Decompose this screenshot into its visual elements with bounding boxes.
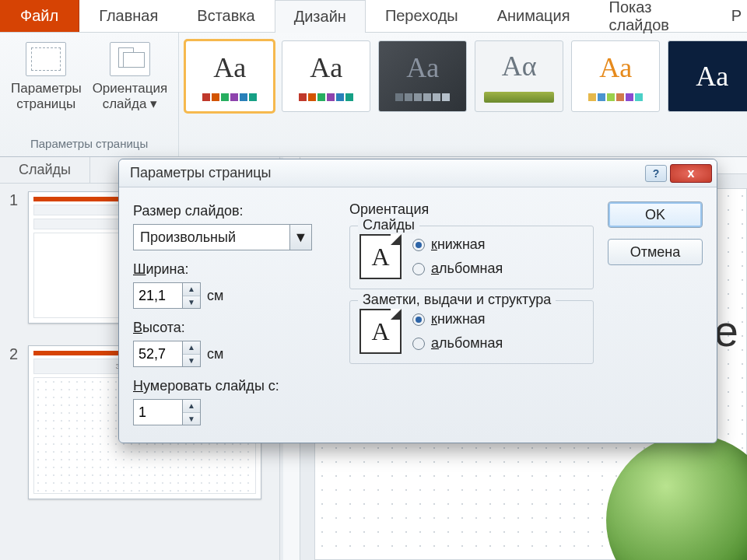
tab-animation[interactable]: Анимация [478,0,590,32]
height-spinner[interactable]: ▲▼ см [133,341,223,367]
slides-landscape-radio[interactable]: альбомная [412,261,503,277]
slide-number-2: 2 [9,345,20,499]
ribbon-group-label: Параметры страницы [11,134,167,155]
dialog-title: Параметры страницы [130,165,645,181]
slide-number-1: 1 [9,191,20,324]
slide-size-combo[interactable]: Произвольный ▼ [133,224,312,250]
orientation-notes-frame: Заметки, выдачи и структура A книжная ал… [349,300,594,364]
slides-portrait-radio[interactable]: книжная [412,236,503,253]
dialog-col-buttons: OK Отмена [608,201,703,425]
spin-up-icon[interactable]: ▲ [183,341,200,355]
portrait-icon: A [359,234,402,279]
theme-sample-text: Aa [599,51,632,84]
ribbon-group-page-setup: Параметры страницы Ориентация слайда ▾ П… [0,33,179,156]
orientation-icon [110,42,150,76]
portrait-icon: A [359,309,402,354]
orientation-slides-legend: Слайды [358,217,419,233]
notes-portrait-radio[interactable]: книжная [412,311,503,327]
theme-sample-text: Aa [406,51,439,84]
tab-transitions[interactable]: Переходы [366,0,478,32]
dialog-col-size: Размер слайдов: Произвольный ▼ Ширина: ▲… [133,201,335,425]
theme-item-1[interactable]: Aa [185,40,274,112]
slides-pane-tab-slides[interactable]: Слайды [0,157,90,183]
page-setup-dialog: Параметры страницы ? x Размер слайдов: П… [118,159,717,443]
orientation-button[interactable]: Ориентация слайда ▾ [93,39,168,113]
chevron-down-icon[interactable]: ▼ [289,225,311,250]
page-setup-button[interactable]: Параметры страницы [11,39,82,113]
theme-item-5[interactable]: Aa [571,40,660,112]
tab-design[interactable]: Дизайн [275,0,366,33]
spin-up-icon[interactable]: ▲ [183,400,200,413]
theme-sample-text: Aa [213,51,246,84]
theme-bar [484,92,554,103]
slide-size-value: Произвольный [134,229,289,246]
orientation-notes-legend: Заметки, выдачи и структура [358,292,556,308]
theme-sample-text: Aa [696,60,728,93]
theme-item-4[interactable]: Aα [475,40,563,112]
height-unit: см [207,346,223,362]
theme-swatch [299,93,353,101]
tab-partial[interactable]: Р [712,0,747,32]
theme-sample-text: Aa [310,51,342,84]
ribbon-tabs: Файл Главная Вставка Дизайн Переходы Ани… [0,0,747,33]
size-label: Размер слайдов: [133,203,335,219]
number-from-label: Нумеровать слайды с: [133,378,335,394]
dialog-close-button[interactable]: x [670,164,712,183]
width-input[interactable] [133,282,183,309]
spin-down-icon[interactable]: ▼ [183,296,200,309]
width-unit: см [207,288,223,304]
theme-swatch [202,93,257,101]
ribbon: Параметры страницы Ориентация слайда ▾ П… [0,33,747,157]
orientation-label: Ориентация слайда ▾ [93,81,168,113]
spin-down-icon[interactable]: ▼ [183,355,200,367]
theme-sample-text: Aα [502,50,537,82]
height-input[interactable] [133,341,183,367]
tab-file[interactable]: Файл [0,0,79,32]
tab-home[interactable]: Главная [79,0,177,32]
number-from-spinner[interactable]: ▲▼ [133,399,201,425]
dialog-body: Размер слайдов: Произвольный ▼ Ширина: ▲… [119,187,717,443]
dialog-titlebar: Параметры страницы ? x [119,159,717,187]
dialog-help-button[interactable]: ? [645,165,667,182]
canvas-image-watermelon [606,435,747,560]
number-from-input[interactable] [133,399,183,425]
theme-gallery: Aa Aa Aa Aα Aa Aa [179,33,747,156]
tab-slideshow[interactable]: Показ слайдов [590,0,712,32]
height-label: Высота: [133,320,335,336]
page-setup-label: Параметры страницы [11,81,82,113]
theme-swatch [395,93,450,101]
slide-thumb-1[interactable] [28,191,129,324]
width-spinner[interactable]: ▲▼ см [133,282,223,309]
tab-insert[interactable]: Вставка [177,0,274,32]
orientation-heading: Ориентация [349,201,594,218]
notes-landscape-radio[interactable]: альбомная [412,335,503,352]
theme-item-2[interactable]: Aa [282,40,370,112]
page-setup-icon [26,42,66,76]
theme-item-3[interactable]: Aa [378,40,467,112]
width-label: Ширина: [133,261,335,278]
theme-item-6[interactable]: Aa [668,40,747,112]
orientation-slides-frame: Слайды A книжная альбомная [349,226,594,289]
chevron-down-icon: ▾ [150,96,157,111]
dialog-col-orientation: Ориентация Слайды A книжная альбомная За… [349,201,594,425]
cancel-button[interactable]: Отмена [608,239,703,265]
ok-button[interactable]: OK [608,201,703,228]
spin-down-icon[interactable]: ▼ [183,413,200,425]
spin-up-icon[interactable]: ▲ [183,283,200,296]
theme-swatch [588,93,643,101]
